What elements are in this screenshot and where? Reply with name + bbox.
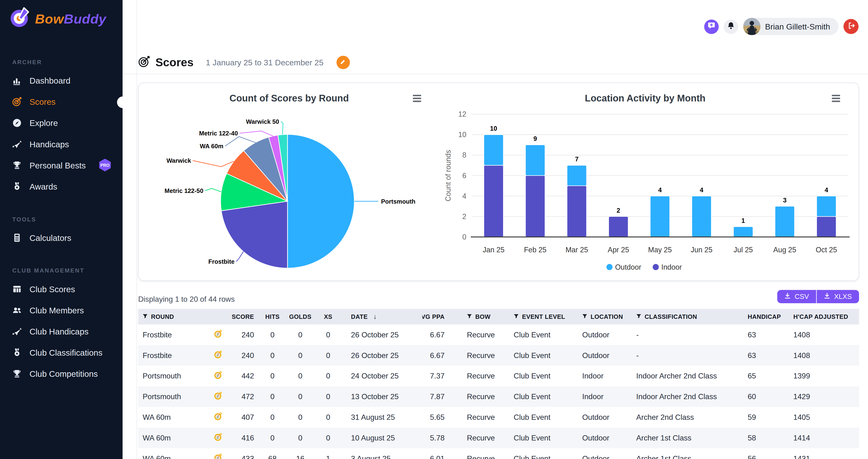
page-title: Scores bbox=[156, 56, 193, 69]
sidebar-item-club-scores[interactable]: Club Scores bbox=[0, 278, 123, 299]
table-row[interactable]: Portsmouth47200013 October 257.87Recurve… bbox=[138, 386, 859, 407]
sidebar-item-label: Dashboard bbox=[29, 76, 70, 85]
sidebar-item-awards[interactable]: Awards bbox=[0, 176, 123, 197]
sidebar-item-scores[interactable]: Scores bbox=[0, 91, 123, 112]
cell-location: Outdoor bbox=[582, 413, 609, 422]
pie-slice-label-metric-122-50: Metric 122-50 bbox=[164, 188, 203, 194]
export-xlxs-button[interactable]: XLXS bbox=[816, 290, 859, 303]
pie-chart-menu-icon[interactable] bbox=[413, 95, 421, 102]
cell-date: 31 August 25 bbox=[351, 413, 395, 422]
table-body: Frostbite24000026 October 256.67RecurveC… bbox=[138, 324, 859, 459]
compass-emoji-icon bbox=[214, 391, 222, 402]
bar-chart-menu-icon[interactable] bbox=[832, 95, 840, 102]
sidebar-item-label: Club Classifications bbox=[29, 348, 102, 357]
filter-funnel-icon[interactable] bbox=[467, 313, 472, 320]
table-row[interactable]: WA 60m40700031 August 255.65RecurveClub … bbox=[138, 407, 859, 428]
cell-round: WA 60m bbox=[143, 413, 171, 422]
download-icon bbox=[824, 292, 830, 300]
table-row[interactable]: Frostbite24000026 October 256.67RecurveC… bbox=[138, 324, 859, 345]
cell-hits: 0 bbox=[271, 434, 275, 442]
table-row[interactable]: Portsmouth44200024 October 257.37Recurve… bbox=[138, 366, 859, 386]
sidebar-item-personal-bests[interactable]: Personal BestsPRO bbox=[0, 154, 123, 176]
edit-date-range-button[interactable] bbox=[336, 56, 349, 69]
export-button-label: CSV bbox=[795, 292, 809, 300]
column-header-classification[interactable]: CLASSIFICATION bbox=[623, 313, 732, 320]
sidebar-item-calculators[interactable]: Calculators bbox=[0, 227, 123, 248]
feedback-button[interactable] bbox=[704, 19, 719, 34]
rocket-icon bbox=[12, 326, 22, 336]
sidebar-item-club-members[interactable]: Club Members bbox=[0, 299, 123, 320]
charts-card: Count of Scores by RoundLocation Activit… bbox=[138, 82, 859, 281]
cell-xs: 0 bbox=[326, 331, 330, 339]
cell-classification: Indoor Archer 2nd Class bbox=[636, 393, 717, 401]
sidebar-item-club-handicaps[interactable]: Club Handicaps bbox=[0, 320, 123, 342]
filter-funnel-icon[interactable] bbox=[636, 313, 641, 320]
column-header-event-level[interactable]: EVENT LEVEL bbox=[500, 313, 569, 320]
column-header-bow[interactable]: BOW bbox=[454, 313, 500, 320]
sidebar-item-club-competitions[interactable]: Club Competitions bbox=[0, 363, 123, 384]
pie-slice-label-frostbite: Frostbite bbox=[209, 258, 235, 265]
content-left-divider bbox=[136, 0, 137, 459]
cell-round: Portsmouth bbox=[143, 372, 181, 380]
cell-event_level: Club Event bbox=[514, 351, 551, 360]
column-header-location[interactable]: LOCATION bbox=[569, 313, 623, 320]
bowbuddy-logo[interactable]: BowBuddy bbox=[0, 0, 123, 31]
cell-handicap: 59 bbox=[748, 413, 756, 422]
x-tick-label: Aug 25 bbox=[773, 246, 796, 254]
pie-slice-label-metric-122-40: Metric 122-40 bbox=[199, 130, 238, 137]
bowbuddy-logo-icon bbox=[9, 7, 31, 31]
target-icon bbox=[12, 97, 22, 106]
pie-slice-label-warwick-50: Warwick 50 bbox=[246, 118, 279, 125]
cell-xs: 0 bbox=[326, 351, 330, 360]
table-toolbar: Displaying 1 to 20 of 44 rows CSVXLXS bbox=[138, 289, 859, 304]
user-menu[interactable]: Brian Gillett-Smith bbox=[743, 18, 839, 35]
column-header-avg-ppa: AVG PPA bbox=[422, 313, 454, 320]
logout-button[interactable] bbox=[843, 19, 859, 34]
cell-hcap_adjusted: 1408 bbox=[794, 351, 810, 360]
cell-score: 442 bbox=[242, 372, 254, 380]
pie-label-connector bbox=[240, 131, 273, 136]
sidebar-section-label-tools: TOOLS bbox=[0, 216, 123, 222]
table-row[interactable]: Frostbite24000026 October 256.67RecurveC… bbox=[138, 345, 859, 366]
y-tick-label: 4 bbox=[462, 192, 466, 200]
cell-avg_ppa: 5.78 bbox=[430, 434, 445, 442]
filter-funnel-icon[interactable] bbox=[514, 313, 519, 320]
cell-avg_ppa: 6.01 bbox=[430, 454, 445, 459]
sidebar-item-dashboard[interactable]: Dashboard bbox=[0, 69, 123, 91]
sidebar-item-label: Club Competitions bbox=[29, 369, 98, 378]
cell-avg_ppa: 7.37 bbox=[430, 372, 445, 380]
x-tick-label: Jun 25 bbox=[691, 246, 712, 254]
notifications-button[interactable] bbox=[724, 19, 738, 34]
sidebar-item-explore[interactable]: Explore bbox=[0, 112, 123, 133]
cell-golds: 0 bbox=[298, 351, 303, 360]
column-header-date[interactable]: DATE↓ bbox=[341, 313, 422, 320]
table-row[interactable]: WA 60m433681613 August 256.01RecurveClub… bbox=[138, 448, 859, 459]
filter-funnel-icon[interactable] bbox=[582, 313, 587, 320]
cell-date: 10 August 25 bbox=[351, 434, 395, 442]
table-row[interactable]: WA 60m41600010 August 255.78RecurveClub … bbox=[138, 428, 859, 448]
cell-hits: 68 bbox=[268, 454, 277, 459]
cell-bow: Recurve bbox=[467, 331, 495, 339]
legend-item-outdoor[interactable]: Outdoor bbox=[607, 263, 641, 271]
sort-desc-icon[interactable]: ↓ bbox=[373, 313, 377, 320]
sidebar-item-label: Awards bbox=[29, 181, 57, 191]
sidebar-item-handicaps[interactable]: Handicaps bbox=[0, 133, 123, 154]
trophy-icon bbox=[12, 161, 22, 170]
column-header-round[interactable]: ROUND bbox=[138, 313, 227, 320]
cell-date: 3 August 25 bbox=[351, 454, 391, 459]
legend-item-indoor[interactable]: Indoor bbox=[653, 263, 682, 271]
cell-avg_ppa: 5.65 bbox=[430, 413, 445, 422]
column-label: LOCATION bbox=[590, 313, 623, 320]
compass-emoji-icon bbox=[214, 453, 222, 459]
filter-funnel-icon[interactable] bbox=[143, 313, 148, 320]
export-csv-button[interactable]: CSV bbox=[777, 290, 816, 303]
sidebar-item-club-classifications[interactable]: Club Classifications bbox=[0, 342, 123, 363]
cell-hcap_adjusted: 1399 bbox=[794, 372, 810, 380]
sidebar-item-label: Club Members bbox=[29, 305, 84, 315]
bar-outdoor-oct-25 bbox=[817, 196, 836, 217]
cell-hits: 0 bbox=[271, 393, 275, 401]
y-tick-label: 2 bbox=[462, 212, 466, 221]
cell-xs: 1 bbox=[326, 454, 330, 459]
y-tick-label: 8 bbox=[462, 151, 466, 159]
cell-avg_ppa: 7.87 bbox=[430, 393, 445, 401]
